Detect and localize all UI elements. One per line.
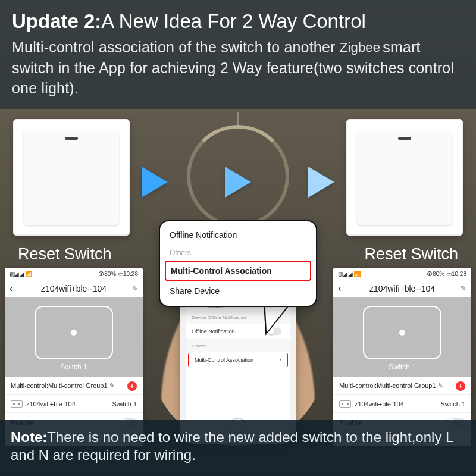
phone-right: ▧◢ ◢ 📶 ⦿80% ▭10:28 ‹ z104wifi+ble--104 ✎… <box>333 268 471 446</box>
battery-time: ⦿80% ▭10:28 <box>427 271 466 277</box>
note-prefix: Note: <box>11 429 47 445</box>
edit-icon[interactable]: ✎ <box>438 382 443 389</box>
wall-switch-left <box>13 119 130 236</box>
callout-row: Offline Notification <box>160 225 316 245</box>
chevron-right-icon: › <box>280 357 281 363</box>
promo-poster: Update 2:A New Idea For 2 Way Control Mu… <box>0 0 476 476</box>
device-title: z104wifi+ble--104 <box>369 284 435 293</box>
section-head: Others <box>186 339 290 352</box>
title: Update 2:A New Idea For 2 Way Control <box>12 10 464 33</box>
callout-bubble: Offline Notification Others Multi-Contro… <box>159 220 317 307</box>
phone-left: ▧◢ ◢ 📶 ⦿80% ▭10:28 ‹ z104wifi+ble--104 ✎… <box>5 268 143 446</box>
switch-name: Switch 1 <box>35 363 113 371</box>
status-bar: ▧◢ ◢ 📶 ⦿80% ▭10:28 <box>333 268 471 280</box>
device-icon <box>11 400 23 408</box>
footer-note: Note:There is no need to wire the new ad… <box>0 420 476 476</box>
edit-icon[interactable]: ✎ <box>132 284 138 293</box>
back-icon[interactable]: ‹ <box>338 283 341 294</box>
signal-icons: ▧◢ ◢ 📶 <box>338 271 360 277</box>
signal-icons: ▧◢ ◢ 📶 <box>10 271 32 277</box>
wall-switch-right <box>346 119 463 236</box>
mca-row[interactable]: Multi-Control Association› <box>188 353 288 367</box>
add-icon[interactable]: + <box>456 381 465 391</box>
switch-panel: Switch 1 <box>5 298 143 377</box>
device-titlebar: ‹ z104wifi+ble--104 ✎ <box>333 280 471 298</box>
device-row[interactable]: z104wifi+ble-104 Switch 1 <box>333 395 471 413</box>
header: Update 2:A New Idea For 2 Way Control Mu… <box>0 0 476 109</box>
multicontrol-row[interactable]: Multi-control:Multi-control Group1✎ + <box>333 377 471 395</box>
reset-label-left: Reset Switch <box>18 245 112 264</box>
switch-panel: Switch 1 <box>333 298 471 377</box>
note-text: There is no need to wire the new added s… <box>11 429 453 463</box>
led-icon <box>398 137 411 140</box>
arrow-icon <box>308 167 334 198</box>
arrow-icon <box>142 167 168 198</box>
switch-button[interactable] <box>35 306 113 359</box>
callout-head: Others <box>160 245 316 261</box>
reset-label-right: Reset Switch <box>364 245 458 264</box>
edit-icon[interactable]: ✎ <box>461 284 466 293</box>
arrow-row <box>136 165 340 199</box>
description: Multi-control association of the switch … <box>12 37 464 98</box>
switch-name: Switch 1 <box>363 363 441 371</box>
dot-icon <box>399 330 405 336</box>
callout-row: Share Device <box>160 281 316 301</box>
callout-highlight: Multi-Control Association <box>165 261 311 281</box>
device-titlebar: ‹ z104wifi+ble--104 ✎ <box>5 280 143 298</box>
device-title: z104wifi+ble--104 <box>41 284 107 293</box>
add-icon[interactable]: + <box>127 381 137 391</box>
switch-button[interactable] <box>363 306 441 359</box>
status-bar: ▧◢ ◢ 📶 ⦿80% ▭10:28 <box>5 268 143 280</box>
device-icon <box>339 400 351 408</box>
edit-icon[interactable]: ✎ <box>109 382 115 389</box>
dot-icon <box>71 330 77 336</box>
arrow-icon <box>225 167 251 198</box>
battery-time: ⦿80% ▭10:28 <box>98 271 138 277</box>
zigbee-tag: Zigbee <box>340 37 380 58</box>
back-icon[interactable]: ‹ <box>10 283 12 294</box>
led-icon <box>65 137 78 140</box>
title-prefix: Update 2: <box>12 10 101 32</box>
multicontrol-row[interactable]: Multi-control:Multi-control Group1✎ + <box>5 377 143 395</box>
title-rest: A New Idea For 2 Way Control <box>101 10 365 32</box>
device-row[interactable]: z104wifi+ble-104 Switch 1 <box>5 395 143 413</box>
